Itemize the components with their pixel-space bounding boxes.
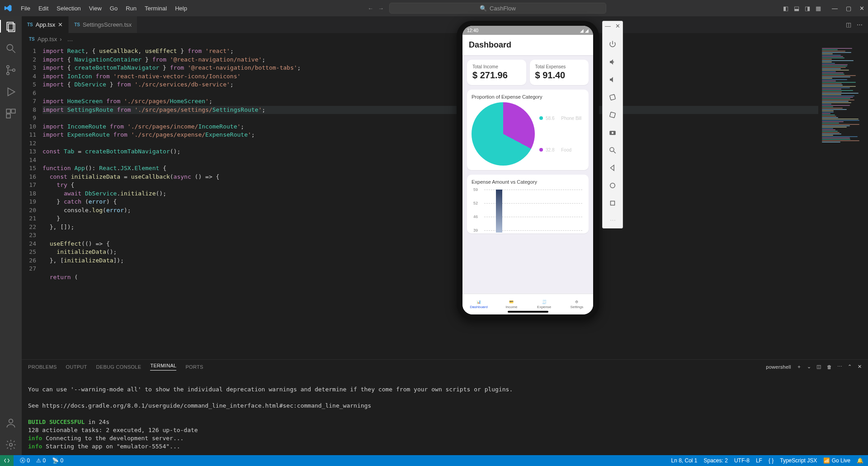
android-status-bar: 12:40 ◢ ◢	[462, 26, 593, 35]
explorer-icon[interactable]	[5, 21, 17, 33]
more-actions-icon[interactable]: ⋯	[857, 21, 863, 28]
menu-file[interactable]: File	[17, 3, 34, 14]
status-errors[interactable]: ⓧ 0	[20, 457, 30, 465]
panel-tab-terminal[interactable]: TERMINAL	[150, 363, 176, 371]
terminal[interactable]: You can use '--warning-mode all' to show…	[22, 374, 868, 455]
legend-swatch	[539, 148, 543, 152]
rotate-right-icon[interactable]	[609, 111, 617, 120]
chart-bar-icon: 📊	[476, 300, 481, 304]
breadcrumb-more: …	[67, 36, 73, 43]
status-ports[interactable]: 📡 0	[52, 457, 63, 464]
menu-selection[interactable]: Selection	[53, 3, 84, 14]
rotate-left-icon[interactable]	[609, 93, 617, 103]
search-icon[interactable]	[5, 43, 17, 54]
status-line-col[interactable]: Ln 8, Col 1	[671, 457, 697, 464]
toggle-secondary-sidebar-icon[interactable]: ◨	[805, 5, 810, 12]
menu-terminal[interactable]: Terminal	[141, 3, 170, 14]
remote-indicator[interactable]	[0, 455, 14, 466]
window-close-icon[interactable]: ✕	[859, 5, 864, 12]
terminal-new-icon[interactable]: ＋	[797, 363, 802, 370]
more-icon[interactable]: ⋯	[610, 217, 616, 223]
minimap[interactable]	[818, 44, 868, 359]
power-icon[interactable]	[609, 40, 617, 50]
toggle-primary-sidebar-icon[interactable]: ◧	[783, 5, 788, 12]
volume-up-icon[interactable]	[609, 58, 617, 67]
back-icon[interactable]	[609, 164, 617, 173]
nav-back-icon[interactable]: ←	[368, 5, 373, 12]
source-control-icon[interactable]	[5, 64, 17, 76]
split-editor-icon[interactable]: ◫	[846, 21, 851, 28]
status-language[interactable]: TypeScript JSX	[780, 457, 817, 464]
ts-file-icon: TS	[29, 37, 35, 42]
overview-icon[interactable]	[609, 199, 617, 209]
volume-down-icon[interactable]	[609, 76, 617, 85]
emu-close-icon[interactable]: ✕	[615, 23, 620, 29]
pie-chart	[472, 102, 535, 166]
emulator-toolbar: ― ✕ ⋯	[602, 21, 623, 228]
menu-go[interactable]: Go	[106, 3, 121, 14]
card-total-expenses[interactable]: Total Expenses $ 91.40	[530, 60, 589, 85]
settings-gear-icon[interactable]	[5, 439, 17, 451]
phone-frame: 12:40 ◢ ◢ Dashboard Total Income $ 271.9…	[457, 21, 599, 319]
menu-help[interactable]: Help	[171, 3, 191, 14]
android-nav-pill[interactable]	[508, 311, 548, 313]
status-notifications-icon[interactable]: 🔔	[857, 457, 863, 464]
accounts-icon[interactable]	[5, 417, 17, 429]
status-warnings[interactable]: ⚠ 0	[36, 457, 46, 464]
panel-tab-debug-console[interactable]: DEBUG CONSOLE	[96, 364, 142, 370]
code-editor[interactable]: import React, { useCallback, useEffect }…	[42, 44, 818, 359]
terminal-split-icon[interactable]: ◫	[816, 364, 821, 370]
status-spaces[interactable]: Spaces: 2	[704, 457, 728, 464]
nav-forward-icon[interactable]: →	[378, 5, 384, 12]
nav-settings[interactable]: ⚙Settings	[561, 294, 593, 314]
customize-layout-icon[interactable]: ▦	[816, 5, 821, 12]
app-header-title: Dashboard	[462, 35, 593, 55]
card-bar-chart[interactable]: Expense Amount vs Category 59524639	[467, 175, 589, 233]
tab-app-tsx[interactable]: TS App.tsx ✕	[22, 16, 69, 33]
panel-tab-problems[interactable]: PROBLEMS	[28, 364, 57, 370]
panel-tab-ports[interactable]: PORTS	[185, 364, 203, 370]
phone-screen[interactable]: 12:40 ◢ ◢ Dashboard Total Income $ 271.9…	[462, 26, 593, 314]
svg-point-6	[13, 69, 15, 71]
panel-close-icon[interactable]: ✕	[858, 364, 862, 370]
window-maximize-icon[interactable]: ▢	[846, 5, 851, 12]
command-center[interactable]: 🔍 CashFlow	[389, 3, 606, 14]
camera-icon[interactable]	[609, 128, 617, 138]
nav-dashboard[interactable]: 📊Dashboard	[462, 294, 495, 314]
svg-point-12	[9, 443, 13, 447]
terminal-chevron-down-icon[interactable]: ⌄	[807, 364, 811, 370]
zoom-icon[interactable]	[609, 146, 617, 156]
tab-settingsscreen-tsx[interactable]: TS SettingsScreen.tsx	[69, 16, 137, 33]
terminal-more-icon[interactable]: ⋯	[837, 364, 842, 370]
svg-marker-7	[8, 88, 15, 95]
toggle-panel-icon[interactable]: ⬓	[794, 5, 799, 12]
home-icon[interactable]	[609, 181, 617, 191]
window-minimize-icon[interactable]: ―	[832, 5, 838, 12]
card-pie-chart[interactable]: Proportion of Expense Category 58.6 Phon…	[467, 90, 589, 170]
status-eol[interactable]: LF	[756, 457, 762, 464]
status-brackets[interactable]: { }	[769, 457, 774, 464]
extensions-icon[interactable]	[5, 108, 17, 119]
expense-label: Total Expenses	[535, 64, 584, 69]
status-bar: ⓧ 0 ⚠ 0 📡 0 Ln 8, Col 1 Spaces: 2 UTF-8 …	[0, 455, 868, 466]
svg-rect-13	[610, 95, 616, 100]
card-total-income[interactable]: Total Income $ 271.96	[467, 60, 526, 85]
panel-tab-output[interactable]: OUTPUT	[66, 364, 87, 370]
run-debug-icon[interactable]	[5, 86, 17, 98]
menu-edit[interactable]: Edit	[35, 3, 52, 14]
tab-label: App.tsx	[36, 21, 55, 28]
emu-minimize-icon[interactable]: ―	[605, 23, 611, 29]
terminal-trash-icon[interactable]: 🗑	[827, 364, 832, 370]
tab-close-icon[interactable]: ✕	[58, 21, 63, 28]
status-golive[interactable]: 📶 Go Live	[823, 457, 850, 464]
breadcrumb-file: App.tsx	[38, 36, 57, 43]
receipt-icon: 🧾	[542, 300, 547, 304]
android-emulator[interactable]: 12:40 ◢ ◢ Dashboard Total Income $ 271.9…	[457, 21, 624, 319]
terminal-shell-label[interactable]: powershell	[766, 364, 791, 370]
menu-run[interactable]: Run	[122, 3, 140, 14]
menu-view[interactable]: View	[85, 3, 105, 14]
status-signal-icon: ◢ ◢	[580, 28, 589, 33]
breadcrumb[interactable]: TS App.tsx › …	[22, 33, 868, 44]
panel-maximize-icon[interactable]: ⌃	[848, 364, 852, 370]
status-encoding[interactable]: UTF-8	[734, 457, 750, 464]
